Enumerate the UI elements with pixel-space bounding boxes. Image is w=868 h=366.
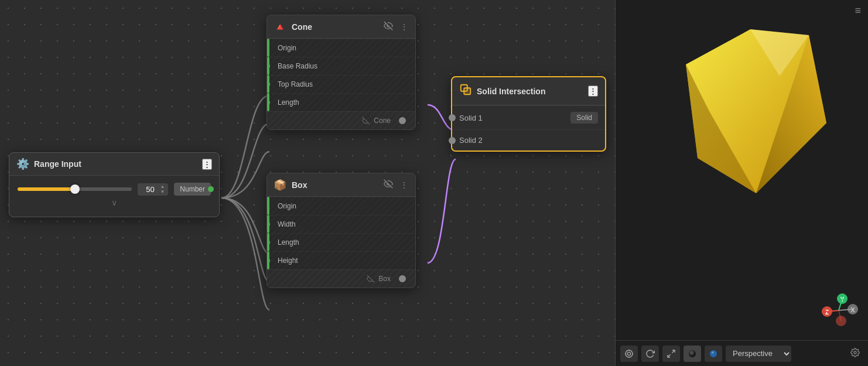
svg-point-26 <box>710 350 717 357</box>
si-title: Solid Intersection <box>477 87 583 96</box>
range-input-title: Range Input <box>34 159 197 169</box>
viewport-header: ≡ <box>855 5 861 17</box>
box-height-port: Height <box>267 251 415 269</box>
si-options-button[interactable]: ⋮ <box>588 85 598 97</box>
box-origin-label: Origin <box>267 197 415 215</box>
svg-text:Z: Z <box>825 309 829 316</box>
range-icon: ⚙️ <box>16 158 29 170</box>
number-output-port[interactable] <box>208 186 214 192</box>
box-node-title: Box <box>292 180 378 190</box>
cone-preview-badge: Cone <box>267 111 415 129</box>
box-visibility-button[interactable] <box>382 178 394 191</box>
range-spinners[interactable]: ▲ ▼ <box>160 184 165 194</box>
range-slider[interactable] <box>18 187 132 191</box>
range-input-body: 50 ▲ ▼ Number ∨ <box>9 176 219 217</box>
si-header: Solid Intersection ⋮ <box>452 77 605 105</box>
svg-line-23 <box>668 354 671 357</box>
box-width-label: Width <box>267 215 415 233</box>
si-body: Solid 1 Solid Solid 2 <box>452 105 605 150</box>
perspective-select[interactable]: Perspective Orthographic Front Top Right <box>726 346 791 362</box>
svg-rect-5 <box>464 88 470 94</box>
cone-origin-label: Origin <box>267 39 415 57</box>
cone-preview-label: Cone <box>374 117 391 125</box>
box-node-header: 📦 Box ⋮ <box>267 173 415 197</box>
si-solid2-label: Solid 2 <box>459 136 598 145</box>
box-icon: 📦 <box>273 179 287 191</box>
material-mode-button[interactable] <box>705 346 722 362</box>
cone-node-controls: ⋮ <box>382 20 409 33</box>
cone-top-radius-port: Top Radius <box>267 75 415 93</box>
si-solid2-input[interactable] <box>449 137 456 144</box>
cone-origin-port: Origin <box>267 39 415 57</box>
cone-length-port: Length <box>267 93 415 111</box>
box-node-controls: ⋮ <box>382 178 409 191</box>
si-solid1-label: Solid 1 <box>459 114 570 122</box>
box-node: 📦 Box ⋮ Origin Wi <box>266 173 416 288</box>
svg-text:X: X <box>851 307 855 313</box>
cone-icon: 🔺 <box>273 20 287 33</box>
box-options-button[interactable]: ⋮ <box>399 179 409 191</box>
3d-viewport: ≡ Z <box>615 0 868 366</box>
viewport-toolbar: Perspective Orthographic Front Top Right <box>616 340 868 366</box>
range-input-node: ⚙️ Range Input ⋮ 50 ▲ ▼ Number <box>9 152 220 217</box>
box-preview-badge: Box <box>267 269 415 288</box>
range-options-button[interactable]: ⋮ <box>202 159 212 170</box>
solid-mode-button[interactable] <box>684 346 701 362</box>
si-solid1-input[interactable] <box>449 114 456 121</box>
viewport-settings-button[interactable] <box>847 346 863 362</box>
cone-node-body: Origin Base Radius Top Radius Length <box>267 39 415 129</box>
svg-point-27 <box>712 351 714 354</box>
box-output-port[interactable] <box>399 275 406 282</box>
range-expand[interactable]: ∨ <box>18 196 211 210</box>
range-increment[interactable]: ▲ <box>160 184 165 189</box>
cone-base-radius-label: Base Radius <box>267 57 415 75</box>
cone-top-radius-label: Top Radius <box>267 75 415 93</box>
svg-point-21 <box>627 352 630 355</box>
solid-intersection-node: Solid Intersection ⋮ Solid 1 Solid Solid… <box>451 76 606 152</box>
fullscreen-button[interactable] <box>662 346 680 362</box>
number-label: Number <box>180 185 205 193</box>
si-icon <box>459 83 472 99</box>
cone-length-label: Length <box>267 93 415 111</box>
3d-shape-svg <box>662 18 838 205</box>
range-value: 50 <box>141 185 159 194</box>
range-decrement[interactable]: ▼ <box>160 190 165 194</box>
cone-node: 🔺 Cone ⋮ Origin B <box>266 15 416 130</box>
svg-line-22 <box>672 350 675 353</box>
si-solid1-value: Solid <box>570 112 598 124</box>
number-badge: Number <box>174 183 211 196</box>
cone-node-title: Cone <box>292 22 378 32</box>
nav-gizmo: Z Y X <box>815 287 862 334</box>
nav-gizmo-svg: Z Y X <box>815 287 862 334</box>
range-value-box: 50 ▲ ▼ <box>138 183 168 196</box>
refresh-button[interactable] <box>641 346 659 362</box>
cone-visibility-button[interactable] <box>382 20 394 33</box>
node-editor-canvas[interactable]: ⚙️ Range Input ⋮ 50 ▲ ▼ Number <box>0 0 615 366</box>
box-length-port: Length <box>267 233 415 251</box>
range-input-header: ⚙️ Range Input ⋮ <box>9 153 219 176</box>
box-width-port: Width <box>267 215 415 233</box>
cone-options-button[interactable]: ⋮ <box>399 21 409 33</box>
cone-node-header: 🔺 Cone ⋮ <box>267 15 415 39</box>
cone-output-port[interactable] <box>399 117 406 124</box>
camera-button[interactable] <box>620 346 638 362</box>
svg-point-25 <box>689 350 696 357</box>
si-solid1-port: Solid 1 Solid <box>452 105 605 129</box>
box-length-label: Length <box>267 233 415 251</box>
range-slider-thumb[interactable] <box>70 184 80 194</box>
si-solid2-port: Solid 2 <box>452 129 605 150</box>
box-node-body: Origin Width Length Height <box>267 197 415 288</box>
cone-base-radius-port: Base Radius <box>267 57 415 75</box>
range-slider-row: 50 ▲ ▼ Number <box>18 183 211 196</box>
box-origin-port: Origin <box>267 197 415 215</box>
3d-shape <box>662 18 838 211</box>
range-expand-button[interactable]: ∨ <box>111 198 117 207</box>
box-height-label: Height <box>267 251 415 269</box>
viewport-menu-icon[interactable]: ≡ <box>855 5 861 17</box>
svg-point-28 <box>854 351 856 354</box>
box-preview-label: Box <box>378 275 391 283</box>
